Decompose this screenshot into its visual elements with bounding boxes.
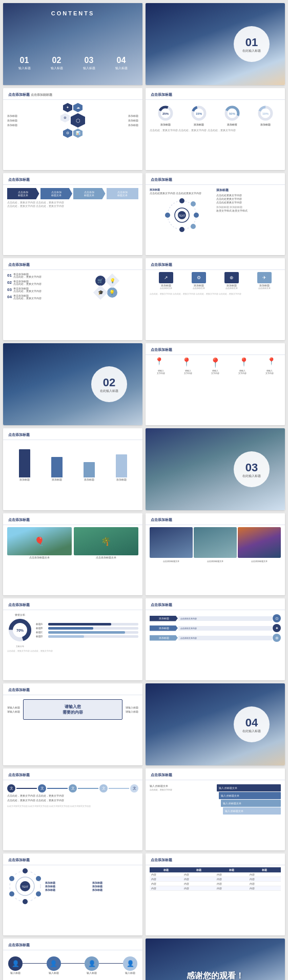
slide-20-title: 点击添加标题	[146, 768, 285, 780]
svg-point-21	[191, 224, 196, 229]
slide-16-title: 点击添加标题	[146, 598, 285, 610]
list-item: 03 单击添加标题点击此处，更换文字内容	[7, 287, 72, 293]
svg-text:15%: 15%	[195, 112, 202, 115]
table-row: 内容内容内容内容	[150, 877, 281, 882]
slide-4[interactable]: 点击添加标题 25% 添加标题 15%	[146, 88, 285, 170]
svg-point-29	[23, 868, 28, 873]
slide-17-title: 点击添加标题	[3, 683, 142, 695]
svg-point-32	[23, 899, 28, 904]
slide-5-title: 点击添加标题	[3, 173, 142, 185]
contents-title: CONTENTS	[3, 10, 142, 16]
slide-21[interactable]: 点击添加标题 TEXT	[3, 853, 142, 935]
table-row: 内容内容内容内容	[150, 882, 281, 886]
section-03-circle: 03 在此输入标题	[234, 451, 270, 487]
list-item: 04 单击添加标题点击此处，更换文字内容	[7, 295, 72, 300]
pie-charts-row: 25% 添加标题 15% 添加标题 50%	[146, 103, 285, 128]
slide-24[interactable]: 感谢您的观看！ 汇报人：姓名网 汇报时间：201X年	[146, 939, 285, 980]
slide-7[interactable]: 点击添加标题 01 单击添加标题点击此处，更换文字内容 02 单击添加标题点击此…	[3, 258, 142, 340]
data-table: 标题 标题 标题 标题 内容内容内容内容 内容内容内容内容 内容内容内容内容	[150, 867, 281, 891]
svg-point-16	[179, 198, 184, 203]
svg-text:25%: 25%	[162, 112, 169, 115]
slide-10-title: 点击添加标题	[146, 343, 285, 355]
slide-23[interactable]: 点击添加标题 👤 输入标题 👤 输入标题 👤 输入标题	[3, 939, 142, 980]
svg-text:TEXT: TEXT	[22, 885, 29, 888]
slide-21-title: 点击添加标题	[3, 853, 142, 865]
slide-22[interactable]: 点击添加标题 标题 标题 标题 标题 内容内容内容内容 内容内容	[146, 853, 285, 935]
svg-point-20	[191, 201, 196, 206]
svg-text:TEXT: TEXT	[179, 214, 186, 217]
svg-point-19	[165, 213, 170, 218]
slide-2[interactable]: 01 在此输入标题	[146, 3, 285, 85]
section-04-circle: 04 在此输入标题	[234, 706, 270, 742]
slide-18[interactable]: 04 在此输入标题	[146, 683, 285, 765]
slide-4-title: 点击添加标题	[146, 88, 285, 100]
contents-nums: 01 输入标题 02 输入标题 03 输入标题 04 输入标题	[3, 56, 142, 71]
contents-item-2: 02 输入标题	[51, 56, 63, 71]
slide-9[interactable]: 02 在此输入标题	[3, 343, 142, 425]
table-row: 内容内容内容内容	[150, 886, 281, 891]
pin-row: 📍 📍 📍 📍 📍	[146, 357, 285, 368]
svg-point-18	[179, 227, 184, 232]
contents-item-4: 04 输入标题	[115, 56, 128, 71]
svg-point-34	[9, 876, 14, 881]
slide-1[interactable]: CONTENTS 01 输入标题 02 输入标题 03 输入标题 04 输入标题	[3, 3, 142, 85]
table-row: 内容内容内容内容	[150, 872, 281, 877]
slide-11[interactable]: 点击添加标题 添加标题 添加标题 添加标题 添加标题	[3, 428, 142, 510]
contents-item-1: 01 输入标题	[18, 56, 31, 71]
svg-point-30	[36, 876, 41, 881]
slide-19-title: 点击添加标题	[3, 768, 142, 780]
thanks-title: 感谢您的观看！	[187, 971, 244, 980]
contents-item-3: 03 输入标题	[83, 56, 95, 71]
slide-6[interactable]: 点击添加标题 添加标题 点击此处更换文字内容 点击此处更换文字内容 TEXT	[146, 173, 285, 255]
slide-15-title: 点击添加标题	[3, 598, 142, 610]
svg-text:50%: 50%	[229, 112, 235, 115]
slide-16[interactable]: 点击添加标题 添加标题 点击添加文本内容 ⊙ 添加标题 点击添加文本内容 ✦ 添…	[146, 598, 285, 680]
slide-6-title: 点击添加标题	[146, 173, 285, 185]
slide-12[interactable]: 03 在此输入标题	[146, 428, 285, 510]
slide-8[interactable]: 点击添加标题 ↗ 添加标题 点击添加文本 ⚙ 添加标题 点击添加文本 ⊕ 添加标…	[146, 258, 285, 340]
slide-10[interactable]: 点击添加标题 📍 📍 📍 📍 📍 请输入文字内容 请输入文字内容 请输入文字内容…	[146, 343, 285, 425]
slide-20[interactable]: 点击添加标题 输入 的标题文本 点击此处，更换文字内容 输入 的标题文本 输入 …	[146, 768, 285, 850]
slide-3-title: 点击添加标题 点击添加副标题	[3, 88, 142, 100]
svg-point-33	[9, 891, 14, 896]
section-circle: 01 在此输入标题	[234, 26, 270, 62]
svg-text:70%: 70%	[16, 629, 24, 632]
slide-22-title: 点击添加标题	[146, 853, 285, 865]
slide-11-title: 点击添加标题	[3, 428, 142, 440]
slide-grid: CONTENTS 01 输入标题 02 输入标题 03 输入标题 04 输入标题	[0, 0, 288, 980]
slide-19[interactable]: 点击添加标题 文 文 文 文 文 点击此处，更换文字内容 点击此处，更换文字内容…	[3, 768, 142, 850]
slide-15[interactable]: 点击添加标题 饼状分布 70% 文献分布 标题A	[3, 598, 142, 680]
slide-8-title: 点击添加标题	[146, 258, 285, 270]
arrow-steps: 点击添加标题文本 点击添加标题文本 点击添加标题文本 点击添加标题文本	[7, 188, 138, 199]
slide-17[interactable]: 点击添加标题 请输入标题 请输入标题 请输入您需要的内容 请输入标题 请输入标题	[3, 683, 142, 765]
slide-13-title: 点击添加标题	[3, 513, 142, 525]
svg-point-31	[36, 891, 41, 896]
slide-7-title: 点击添加标题	[3, 258, 142, 270]
slide-14-title: 点击添加标题	[146, 513, 285, 525]
slide-3[interactable]: 点击添加标题 点击添加副标题 添加标题 添加标题 添加标题 ✦ ☁ ⊛ ⬡	[3, 88, 142, 170]
slide-23-title: 点击添加标题	[3, 939, 142, 950]
list-item: 01 单击添加标题点击此处，更换文字内容	[7, 273, 72, 278]
slide-5[interactable]: 点击添加标题 点击添加标题文本 点击添加标题文本 点击添加标题文本 点击添加标题…	[3, 173, 142, 255]
slide-13[interactable]: 点击添加标题 🎈 点击添加标题文本 🌴 点击添加标题文本	[3, 513, 142, 595]
list-item: 02 单击添加标题点击此处，更换文字内容	[7, 280, 72, 285]
svg-point-17	[194, 213, 199, 218]
section-02-circle: 02 在此输入标题	[91, 366, 127, 402]
svg-text:19%: 19%	[262, 112, 269, 115]
slide-14[interactable]: 点击添加标题 点击添加标题文本 点击添加标题文本 点击添加标题文本	[146, 513, 285, 595]
